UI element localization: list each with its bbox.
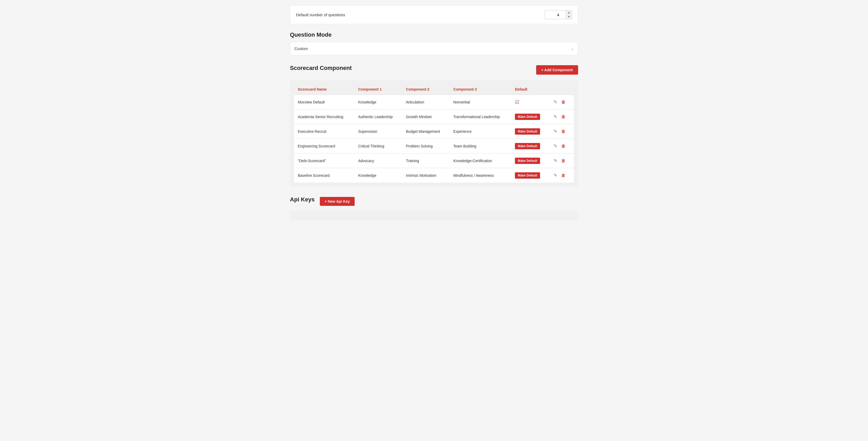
default-questions-row: Default number of questions ▲ ▼ xyxy=(290,5,578,24)
api-keys-heading: Api Keys xyxy=(290,196,315,203)
make-default-button[interactable]: Make Default xyxy=(515,143,540,149)
table-row: Mocview DefaultKnowledgeArticulationNonv… xyxy=(294,95,574,109)
edit-icon[interactable]: ✎ xyxy=(552,143,559,150)
delete-icon[interactable]: 🗑 xyxy=(560,143,567,150)
col-component3: Component 3 xyxy=(450,84,511,95)
cell-default: Make Default xyxy=(511,109,549,124)
scorecard-component-heading: Scorecard Component xyxy=(290,65,352,71)
action-column: ✎🗑 xyxy=(552,143,570,150)
scorecard-table: Scorecard Name Component 1 Component 2 C… xyxy=(294,84,574,183)
default-questions-label: Default number of questions xyxy=(296,12,345,17)
cell-default: Make Default xyxy=(511,139,549,154)
cell-actions: ✎🗑 xyxy=(549,168,574,183)
cell-component3: Mindfulness / Awareness xyxy=(450,168,511,183)
cell-scorecard-name: Academia Senior Recruiting xyxy=(294,109,354,124)
cell-default: ☑ xyxy=(511,95,549,109)
cell-component2: Budget Management xyxy=(402,124,450,139)
cell-component1: Critical Thinking xyxy=(354,139,402,154)
cell-component1: Supervision xyxy=(354,124,402,139)
make-default-button[interactable]: Make Default xyxy=(515,172,540,179)
api-keys-section: Api Keys + New Api Key xyxy=(290,196,578,221)
delete-icon[interactable]: 🗑 xyxy=(560,157,567,164)
cell-actions: ✎🗑 xyxy=(549,109,574,124)
action-column: ✎🗑 xyxy=(552,113,570,120)
number-spinner: ▲ ▼ xyxy=(566,10,572,19)
cell-default: Make Default xyxy=(511,168,549,183)
cell-actions: ✎🗑 xyxy=(549,139,574,154)
api-keys-table-wrapper xyxy=(290,210,578,221)
action-column: ✎🗑 xyxy=(552,128,570,135)
cell-component1: Knowledge xyxy=(354,95,402,109)
default-questions-input[interactable] xyxy=(545,11,566,19)
make-default-button[interactable]: Make Default xyxy=(515,128,540,135)
col-default: Default xyxy=(511,84,549,95)
cell-scorecard-name: "Deib-Scorecard" xyxy=(294,154,354,168)
table-row: Executive RecruitSupervisionBudget Manag… xyxy=(294,124,574,139)
question-mode-heading: Question Mode xyxy=(290,31,578,38)
new-api-key-button[interactable]: + New Api Key xyxy=(320,197,354,206)
delete-icon[interactable]: 🗑 xyxy=(560,128,567,135)
cell-scorecard-name: Executive Recruit xyxy=(294,124,354,139)
api-keys-header: Api Keys + New Api Key xyxy=(290,196,578,207)
cell-component1: Knowledge xyxy=(354,168,402,183)
table-row: Academia Senior RecruitingAuthentic Lead… xyxy=(294,109,574,124)
action-column: ✎🗑 xyxy=(552,172,570,179)
cell-component2: Articulation xyxy=(402,95,450,109)
scorecard-component-section: Scorecard Component + Add Component Scor… xyxy=(290,65,578,187)
action-column: ✎🗑 xyxy=(552,98,570,105)
cell-component2: Training xyxy=(402,154,450,168)
cell-component3: Transformational Leadership xyxy=(450,109,511,124)
action-column: ✎🗑 xyxy=(552,157,570,164)
edit-icon[interactable]: ✎ xyxy=(552,98,559,105)
cell-scorecard-name: Baseline Scorecard xyxy=(294,168,354,183)
edit-icon[interactable]: ✎ xyxy=(552,113,559,120)
cell-component2: Problem Solving xyxy=(402,139,450,154)
cell-actions: ✎🗑 xyxy=(549,95,574,109)
col-actions xyxy=(549,84,574,95)
cell-scorecard-name: Engineering Scorecard xyxy=(294,139,354,154)
cell-actions: ✎🗑 xyxy=(549,154,574,168)
table-row: Engineering ScorecardCritical ThinkingPr… xyxy=(294,139,574,154)
cell-component2: Intrinsic Motivation xyxy=(402,168,450,183)
cell-actions: ✎🗑 xyxy=(549,124,574,139)
col-component2: Component 2 xyxy=(402,84,450,95)
make-default-button[interactable]: Make Default xyxy=(515,158,540,164)
edit-icon[interactable]: ✎ xyxy=(552,128,559,135)
cell-component2: Growth Mindset xyxy=(402,109,450,124)
col-scorecard-name: Scorecard Name xyxy=(294,84,354,95)
cell-component3: Nonverbal xyxy=(450,95,511,109)
delete-icon[interactable]: 🗑 xyxy=(560,172,567,179)
question-mode-select[interactable]: Custom Standard Advanced xyxy=(290,42,578,55)
make-default-button[interactable]: Make Default xyxy=(515,114,540,120)
page-container: Default number of questions ▲ ▼ Question… xyxy=(282,0,586,241)
default-checkmark-icon: ☑ xyxy=(515,99,519,105)
cell-component1: Authentic Leadership xyxy=(354,109,402,124)
edit-icon[interactable]: ✎ xyxy=(552,172,559,179)
table-header-row: Scorecard Name Component 1 Component 2 C… xyxy=(294,84,574,95)
col-component1: Component 1 xyxy=(354,84,402,95)
cell-component3: Knowledge-Certification xyxy=(450,154,511,168)
cell-default: Make Default xyxy=(511,154,549,168)
delete-icon[interactable]: 🗑 xyxy=(560,114,567,120)
spin-up-button[interactable]: ▲ xyxy=(566,10,572,15)
delete-icon[interactable]: 🗑 xyxy=(560,99,567,105)
cell-component1: Advocacy xyxy=(354,154,402,168)
question-mode-section: Question Mode Custom Standard Advanced ⌄ xyxy=(290,31,578,55)
table-row: "Deib-Scorecard"AdvocacyTrainingKnowledg… xyxy=(294,154,574,168)
cell-default: Make Default xyxy=(511,124,549,139)
table-row: Baseline ScorecardKnowledgeIntrinsic Mot… xyxy=(294,168,574,183)
scorecard-section-header: Scorecard Component + Add Component xyxy=(290,65,578,75)
add-component-button[interactable]: + Add Component xyxy=(536,65,578,75)
default-questions-input-wrapper: ▲ ▼ xyxy=(545,10,572,19)
question-mode-select-wrapper: Custom Standard Advanced ⌄ xyxy=(290,42,578,55)
scorecard-table-wrapper: Scorecard Name Component 1 Component 2 C… xyxy=(290,80,578,187)
cell-component3: Experience xyxy=(450,124,511,139)
spin-down-button[interactable]: ▼ xyxy=(566,15,572,19)
edit-icon[interactable]: ✎ xyxy=(552,157,559,164)
cell-component3: Team Building xyxy=(450,139,511,154)
cell-scorecard-name: Mocview Default xyxy=(294,95,354,109)
